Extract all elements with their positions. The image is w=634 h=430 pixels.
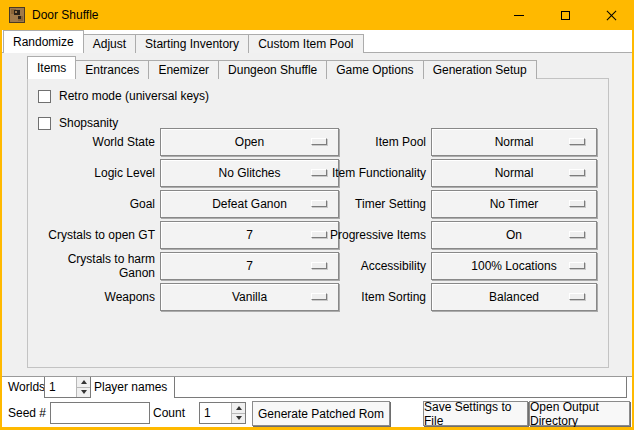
menu-indicator-icon (569, 293, 585, 300)
option-label: Progressive Items (325, 228, 431, 242)
option-accessibility: Accessibility 100% Locations (325, 252, 597, 280)
spinner-down-button[interactable] (77, 387, 90, 398)
spinner-arrows (231, 403, 245, 423)
option-weapons: Weapons Vanilla (38, 283, 339, 311)
option-label: Logic Level (38, 166, 160, 180)
open-output-directory-button[interactable]: Open Output Directory (529, 401, 630, 426)
option-timer-setting: Timer Setting No Timer (325, 190, 597, 218)
option-world-state: World State Open (38, 128, 339, 156)
checkbox-label: Retro mode (universal keys) (59, 89, 209, 103)
worlds-value: 1 (45, 377, 76, 397)
spinner-up-button[interactable] (77, 377, 90, 387)
tab-adjust[interactable]: Adjust (83, 34, 136, 53)
option-label: Goal (38, 197, 160, 211)
item-pool-dropdown[interactable]: Normal (431, 128, 597, 156)
player-names-label: Player names (94, 376, 167, 398)
options-column-right: Item Pool Normal Item Functionality Norm… (325, 128, 597, 314)
option-label: World State (38, 135, 160, 149)
dropdown-value: On (506, 228, 522, 242)
player-names-input[interactable] (174, 376, 627, 398)
worlds-label: Worlds (8, 376, 45, 398)
option-progressive-items: Progressive Items On (325, 221, 597, 249)
checkbox-retro-mode[interactable]: Retro mode (universal keys) (38, 88, 209, 104)
goal-dropdown[interactable]: Defeat Ganon (160, 190, 339, 218)
logic-level-dropdown[interactable]: No Glitches (160, 159, 339, 187)
tab-generation-setup[interactable]: Generation Setup (423, 60, 537, 79)
tab-entrances[interactable]: Entrances (75, 60, 149, 79)
app-icon (9, 7, 25, 23)
minimize-icon (514, 15, 524, 16)
crystals-gt-dropdown[interactable]: 7 (160, 221, 339, 249)
spinner-down-button[interactable] (232, 413, 245, 424)
dropdown-value: Open (235, 135, 264, 149)
option-crystals-gt: Crystals to open GT 7 (38, 221, 339, 249)
item-sorting-dropdown[interactable]: Balanced (431, 283, 597, 311)
menu-indicator-icon (569, 262, 585, 269)
dropdown-value: 7 (246, 259, 253, 273)
sub-tab-bar: Items Entrances Enemizer Dungeon Shuffle… (27, 56, 536, 79)
minimize-button[interactable] (496, 0, 542, 30)
spinner-up-button[interactable] (232, 403, 245, 413)
count-spinner[interactable]: 1 (199, 402, 246, 424)
tab-items[interactable]: Items (27, 56, 76, 79)
item-functionality-dropdown[interactable]: Normal (431, 159, 597, 187)
tab-game-options[interactable]: Game Options (326, 60, 423, 79)
generate-patched-rom-button[interactable]: Generate Patched Rom (252, 401, 390, 426)
dropdown-value: No Timer (490, 197, 539, 211)
menu-indicator-icon (569, 200, 585, 207)
count-label: Count (153, 402, 185, 424)
option-label: Crystals to open GT (38, 228, 160, 242)
dropdown-value: Defeat Ganon (212, 197, 287, 211)
dropdown-value: 7 (246, 228, 253, 242)
option-label: Timer Setting (325, 197, 431, 211)
accessibility-dropdown[interactable]: 100% Locations (431, 252, 597, 280)
tab-starting-inventory[interactable]: Starting Inventory (135, 34, 249, 53)
titlebar: Door Shuffle (0, 0, 634, 30)
option-goal: Goal Defeat Ganon (38, 190, 339, 218)
main-tab-bar: Randomize Adjust Starting Inventory Cust… (3, 30, 363, 53)
dropdown-value: Balanced (489, 290, 539, 304)
tab-randomize[interactable]: Randomize (3, 30, 84, 53)
dropdown-value: Normal (495, 166, 534, 180)
spinner-down-icon (236, 416, 242, 420)
menu-indicator-icon (569, 169, 585, 176)
option-item-pool: Item Pool Normal (325, 128, 597, 156)
tab-enemizer[interactable]: Enemizer (148, 60, 219, 79)
spinner-up-icon (236, 406, 242, 410)
window-controls (496, 0, 634, 30)
dropdown-value: Normal (495, 135, 534, 149)
worlds-spinner[interactable]: 1 (44, 376, 91, 398)
items-pane: Retro mode (universal keys) Shopsanity W… (27, 78, 609, 368)
window-title: Door Shuffle (32, 8, 99, 22)
crystals-ganon-dropdown[interactable]: 7 (160, 252, 339, 280)
close-button[interactable] (588, 0, 634, 30)
progressive-items-dropdown[interactable]: On (431, 221, 597, 249)
timer-setting-dropdown[interactable]: No Timer (431, 190, 597, 218)
dropdown-value: 100% Locations (471, 259, 556, 273)
option-crystals-ganon: Crystals to harm Ganon 7 (38, 252, 339, 280)
seed-label: Seed # (8, 402, 46, 424)
dropdown-value: No Glitches (218, 166, 280, 180)
menu-indicator-icon (569, 138, 585, 145)
tab-dungeon-shuffle[interactable]: Dungeon Shuffle (218, 60, 327, 79)
dropdown-value: Vanilla (232, 290, 267, 304)
menu-indicator-icon (569, 231, 585, 238)
weapons-dropdown[interactable]: Vanilla (160, 283, 339, 311)
option-label: Accessibility (325, 259, 431, 273)
count-value: 1 (200, 403, 231, 423)
save-settings-button[interactable]: Save Settings to File (423, 401, 528, 426)
option-item-functionality: Item Functionality Normal (325, 159, 597, 187)
option-label: Item Sorting (325, 290, 431, 304)
option-label: Item Pool (325, 135, 431, 149)
app-window: Door Shuffle Randomize Adjust Starting I… (0, 0, 634, 430)
options-column-left: World State Open Logic Level No Glitches… (38, 128, 339, 314)
spinner-down-icon (81, 390, 87, 394)
world-state-dropdown[interactable]: Open (160, 128, 339, 156)
checkbox-box[interactable] (38, 90, 51, 103)
maximize-button[interactable] (542, 0, 588, 30)
close-icon (606, 10, 617, 21)
spinner-up-icon (81, 380, 87, 384)
tab-custom-item-pool[interactable]: Custom Item Pool (248, 34, 363, 53)
spinner-arrows (76, 377, 90, 397)
seed-input[interactable] (50, 402, 150, 424)
